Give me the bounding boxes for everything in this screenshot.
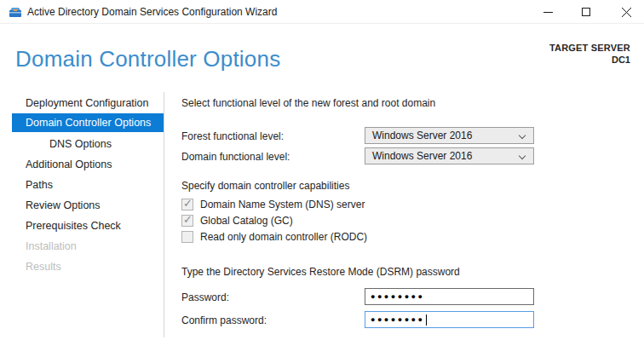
sidebar-item-domain-controller-options[interactable]: Domain Controller Options — [12, 113, 164, 132]
confirm-password-input[interactable]: ●●●●●●●● — [365, 311, 534, 328]
global-catalog-checkbox-label: Global Catalog (GC) — [200, 215, 293, 227]
sidebar-item-prerequisites-check[interactable]: Prerequisites Check — [12, 216, 164, 235]
forest-functional-level-select[interactable]: Windows Server 2016 — [365, 127, 534, 144]
global-catalog-checkbox-row[interactable]: Global Catalog (GC) — [181, 213, 293, 228]
close-button[interactable] — [609, 0, 643, 24]
domain-functional-level-select[interactable]: Windows Server 2016 — [365, 147, 534, 164]
dns-server-checkbox-label: Domain Name System (DNS) server — [200, 199, 365, 210]
target-server-block: TARGET SERVER DC1 — [549, 43, 630, 65]
functional-level-heading: Select functional level of the new fores… — [181, 97, 435, 109]
sidebar-item-paths[interactable]: Paths — [12, 176, 164, 194]
dsrm-heading: Type the Directory Services Restore Mode… — [181, 266, 460, 278]
adds-wizard-icon — [9, 5, 22, 19]
maximize-button[interactable] — [569, 0, 603, 24]
page-title: Domain Controller Options — [15, 46, 280, 72]
password-label: Password: — [181, 291, 229, 303]
forest-functional-level-label: Forest functional level: — [181, 130, 284, 142]
global-catalog-checkbox[interactable] — [181, 215, 193, 227]
sidebar-item-additional-options[interactable]: Additional Options — [12, 155, 164, 174]
password-masked-value: ●●●●●●●● — [371, 289, 425, 304]
rodc-checkbox[interactable] — [181, 231, 193, 243]
capabilities-heading: Specify domain controller capabilities — [181, 180, 349, 192]
sidebar-item-results: Results — [12, 257, 164, 276]
minimize-button[interactable] — [531, 0, 565, 24]
confirm-password-label: Confirm password: — [181, 314, 267, 326]
title-bar: Active Directory Domain Services Configu… — [0, 0, 644, 24]
domain-functional-level-label: Domain functional level: — [181, 151, 290, 163]
dns-server-checkbox[interactable] — [181, 199, 193, 210]
sidebar-separator — [164, 92, 164, 337]
chevron-down-icon — [520, 153, 526, 159]
dns-server-checkbox-row[interactable]: Domain Name System (DNS) server — [181, 197, 365, 212]
rodc-checkbox-label: Read only domain controller (RODC) — [200, 231, 367, 243]
sidebar-item-review-options[interactable]: Review Options — [12, 196, 164, 215]
sidebar-item-deployment-configuration[interactable]: Deployment Configuration — [12, 94, 164, 112]
domain-functional-level-value: Windows Server 2016 — [372, 150, 472, 162]
text-caret — [426, 314, 427, 326]
chevron-down-icon — [520, 133, 526, 139]
confirm-password-masked-value: ●●●●●●●● — [371, 312, 425, 327]
rodc-checkbox-row[interactable]: Read only domain controller (RODC) — [181, 229, 367, 245]
sidebar-item-dns-options[interactable]: DNS Options — [12, 135, 164, 153]
window-title: Active Directory Domain Services Configu… — [27, 0, 277, 24]
sidebar-item-installation: Installation — [12, 237, 164, 256]
wizard-window: Active Directory Domain Services Configu… — [0, 0, 644, 346]
target-server-label: TARGET SERVER — [549, 43, 630, 53]
target-server-name: DC1 — [549, 55, 630, 65]
forest-functional-level-value: Windows Server 2016 — [372, 130, 472, 141]
password-input[interactable]: ●●●●●●●● — [365, 288, 534, 305]
